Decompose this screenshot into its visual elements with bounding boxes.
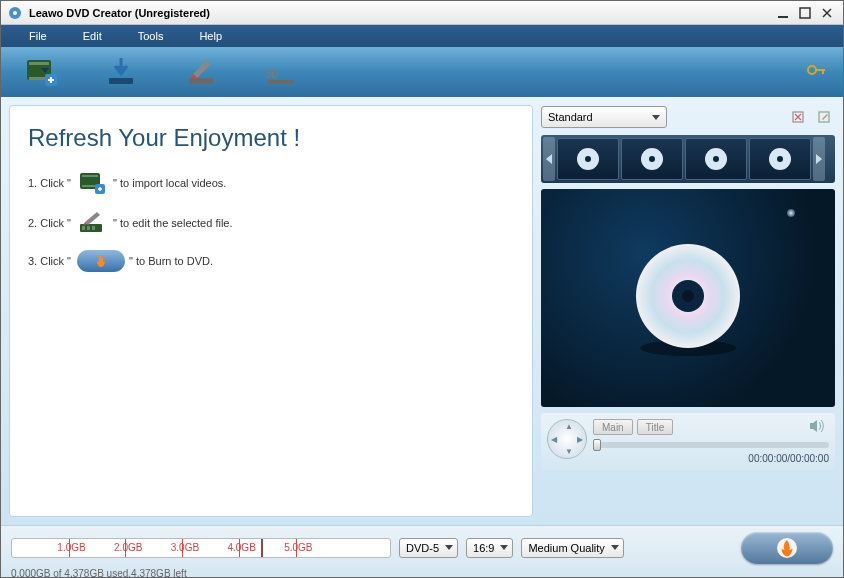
title-menu-button[interactable]: Title [637,419,674,435]
thumb-next-button[interactable] [813,137,825,181]
chevron-down-icon[interactable] [41,68,77,102]
register-key-icon[interactable] [807,63,827,79]
menu-help[interactable]: Help [181,30,240,42]
menubar: File Edit Tools Help [1,25,843,47]
step-1: 1. Click " " to import local videos. [28,170,514,196]
disc-type-select[interactable]: DVD-5 [399,538,458,558]
svg-point-28 [649,156,655,162]
svg-point-26 [585,156,591,162]
template-select[interactable]: Standard [541,106,667,128]
svg-rect-22 [92,226,95,230]
svg-point-32 [777,156,783,162]
svg-rect-21 [87,226,90,230]
burn-button-icon [77,250,125,272]
menu-tools[interactable]: Tools [120,30,182,42]
playback-controls: ▲ ▼ ◀ ▶ Main Title 00:00:00/00:00:00 [541,413,835,470]
quality-select[interactable]: Medium Quality [521,538,623,558]
step-3: 3. Click " " to Burn to DVD. [28,250,514,272]
template-thumb[interactable] [749,138,811,180]
preview-area [541,189,835,407]
bottom-bar: 1.0GB 2.0GB 3.0GB 4.0GB 5.0GB DVD-5 16:9… [1,525,843,577]
svg-point-12 [808,66,816,74]
dpad-down-icon: ▼ [565,447,573,456]
maximize-button[interactable] [795,6,815,20]
aspect-select[interactable]: 16:9 [466,538,513,558]
svg-rect-5 [29,62,49,65]
main-menu-button[interactable]: Main [593,419,633,435]
lens-flare-icon [787,209,795,217]
burn-button[interactable] [741,532,833,564]
svg-point-36 [682,290,694,302]
template-thumb[interactable] [621,138,683,180]
minimize-button[interactable] [773,6,793,20]
edit-template-button[interactable] [813,106,835,128]
template-row: Standard [541,105,835,129]
app-window: Leawo DVD Creator (Unregistered) File Ed… [0,0,844,578]
toolbar: 3D [1,47,843,97]
slider-handle[interactable] [593,439,601,451]
disc-capacity-bar: 1.0GB 2.0GB 3.0GB 4.0GB 5.0GB [11,538,391,558]
dpad-up-icon: ▲ [565,422,573,431]
download-button[interactable] [99,54,143,90]
svg-rect-14 [822,69,824,74]
edit-film-icon [77,210,109,236]
app-icon [7,5,23,21]
template-thumb[interactable] [685,138,747,180]
chevron-down-icon [652,111,660,123]
dpad-control[interactable]: ▲ ▼ ◀ ▶ [547,419,587,459]
content-panel: Refresh Your Enjoyment ! 1. Click " " to… [9,105,533,517]
svg-rect-3 [800,8,810,18]
volume-icon[interactable] [809,419,825,435]
menu-edit[interactable]: Edit [65,30,120,42]
add-video-button[interactable] [19,54,63,90]
3d-button[interactable]: 3D [259,54,303,90]
add-video-icon [77,170,109,196]
thumb-prev-button[interactable] [543,137,555,181]
svg-rect-20 [82,226,85,230]
dpad-right-icon: ▶ [577,435,583,444]
step-2: 2. Click " " to edit the selected file. [28,210,514,236]
template-thumb[interactable] [557,138,619,180]
svg-text:3D: 3D [265,68,279,80]
dpad-left-icon: ◀ [551,435,557,444]
svg-rect-2 [778,16,788,18]
titlebar: Leawo DVD Creator (Unregistered) [1,1,843,25]
svg-point-30 [713,156,719,162]
preview-panel: Standard [541,105,835,517]
svg-point-1 [13,11,17,15]
svg-rect-16 [82,175,98,177]
svg-rect-8 [109,78,133,84]
timecode: 00:00:00/00:00:00 [593,453,829,464]
delete-template-button[interactable] [787,106,809,128]
svg-rect-11 [268,80,294,84]
template-thumbnails [541,135,835,183]
edit-button[interactable] [179,54,223,90]
close-button[interactable] [817,6,837,20]
window-title: Leawo DVD Creator (Unregistered) [29,7,771,19]
capacity-status: 0.000GB of 4.378GB used,4.378GB left [11,568,833,578]
disc-icon [628,238,748,358]
seek-slider[interactable] [593,442,829,448]
menu-file[interactable]: File [11,30,65,42]
welcome-heading: Refresh Your Enjoyment ! [28,124,514,152]
main-area: Refresh Your Enjoyment ! 1. Click " " to… [1,97,843,525]
